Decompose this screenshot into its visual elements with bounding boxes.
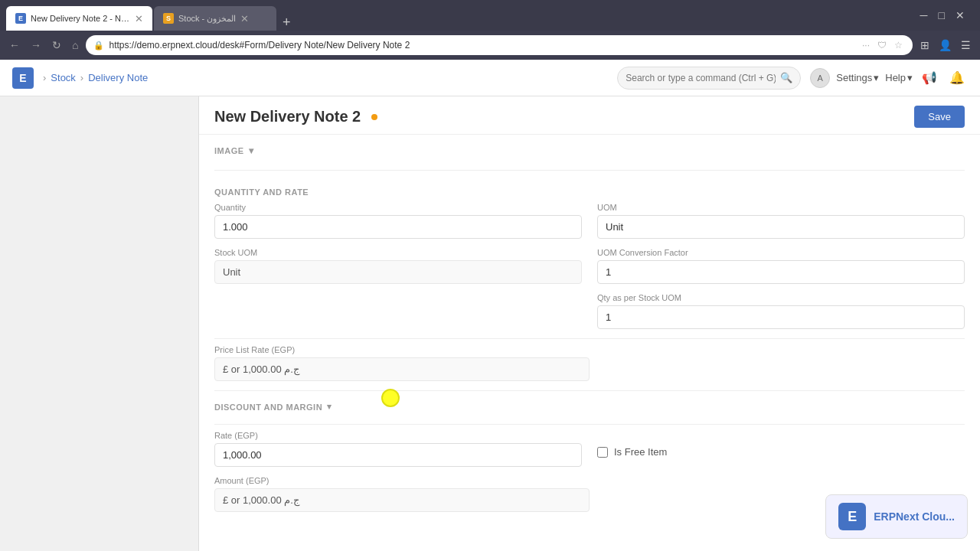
breadcrumb-stock[interactable]: Stock <box>51 72 76 83</box>
amount-value: £ or 1,000.00 ج.م <box>214 488 590 512</box>
account-button[interactable]: 👤 <box>936 36 955 54</box>
image-section-label: IMAGE ▾ <box>214 135 965 164</box>
quantity-label: Quantity <box>214 203 582 212</box>
rate-input[interactable] <box>214 443 582 467</box>
breadcrumb-sep-1: › <box>43 72 46 83</box>
sidebar <box>0 96 199 551</box>
qty-per-stock-input[interactable] <box>597 305 965 329</box>
breadcrumb: › Stock › Delivery Note <box>43 72 148 83</box>
bell-button[interactable]: 🔔 <box>946 67 968 88</box>
discount-section-label[interactable]: DISCOUNT AND MARGIN ▾ <box>214 394 965 418</box>
quantity-uom-row: Quantity UOM <box>214 203 965 239</box>
security-icon: 🔒 <box>93 41 104 51</box>
stock-uom-row: Stock UOM Unit UOM Conversion Factor <box>214 248 965 284</box>
header-right: A Settings ▾ Help ▾ 📢 🔔 <box>810 67 968 88</box>
is-free-checkbox[interactable] <box>597 447 608 458</box>
form-title: New Delivery Note 2 <box>214 108 361 126</box>
qty-stock-row: Qty as per Stock UOM <box>214 293 965 329</box>
close-window-button[interactable]: ✕ <box>952 6 968 24</box>
browser-chrome: E New Delivery Note 2 - New De... ✕ S St… <box>0 0 980 31</box>
settings-link[interactable]: Settings ▾ <box>836 72 879 83</box>
home-button[interactable]: ⌂ <box>69 36 81 54</box>
discount-chevron-icon: ▾ <box>327 402 332 412</box>
minimize-button[interactable]: ─ <box>917 6 931 24</box>
rate-free-row: Rate (EGP) Is Free Item <box>214 431 965 467</box>
breadcrumb-sep-2: › <box>80 72 83 83</box>
form-content: IMAGE ▾ QUANTITY AND RATE Quantity UOM <box>199 135 980 512</box>
quantity-rate-section-label: QUANTITY AND RATE <box>214 177 965 203</box>
maximize-button[interactable]: □ <box>936 6 948 24</box>
stock-uom-value: Unit <box>214 260 582 284</box>
breadcrumb-delivery-note[interactable]: Delivery Note <box>88 72 148 83</box>
empty-group <box>214 293 582 329</box>
unsaved-indicator <box>371 114 377 120</box>
save-button[interactable]: Save <box>914 106 965 128</box>
url-display: https://demo.erpnext.cloud/desk#Form/Del… <box>109 40 855 51</box>
activity-button[interactable]: 📢 <box>919 67 940 88</box>
forward-button[interactable]: → <box>28 36 44 54</box>
tab-title-2: Stock - المخزون <box>178 14 236 24</box>
back-button[interactable]: ← <box>6 36 23 54</box>
content-area: New Delivery Note 2 Save IMAGE ▾ QUANTIT… <box>199 96 980 551</box>
app-header: E › Stock › Delivery Note 🔍 A Settings ▾… <box>0 60 980 96</box>
search-input[interactable] <box>626 73 776 83</box>
watermark-text: ERPNext Clou... <box>874 510 955 523</box>
uom-label: UOM <box>597 203 965 212</box>
uom-group: UOM <box>597 203 965 239</box>
shield-button[interactable]: 🛡 <box>875 37 889 53</box>
uom-input[interactable] <box>597 215 965 239</box>
uom-conversion-label: UOM Conversion Factor <box>597 248 965 257</box>
rate-group: Rate (EGP) <box>214 431 582 467</box>
stock-uom-group: Stock UOM Unit <box>214 248 582 284</box>
is-free-label: Is Free Item <box>614 446 667 458</box>
stock-uom-label: Stock UOM <box>214 248 582 257</box>
browser-tabs: E New Delivery Note 2 - New De... ✕ S St… <box>6 0 296 31</box>
section-divider-1 <box>214 170 965 171</box>
rate-label: Rate (EGP) <box>214 431 582 440</box>
section-divider-3 <box>214 424 965 425</box>
tab-close-2[interactable]: ✕ <box>240 13 249 24</box>
avatar: A <box>810 68 830 88</box>
watermark-logo: E <box>838 503 866 530</box>
browser-tab-2[interactable]: S Stock - المخزون ✕ <box>154 6 276 31</box>
uom-conversion-group: UOM Conversion Factor <box>597 248 965 284</box>
tab-favicon-2: S <box>163 13 174 24</box>
price-list-value: £ or 1,000.00 ج.م <box>214 357 590 381</box>
is-free-checkbox-area: Is Free Item <box>597 431 965 458</box>
address-actions: ··· 🛡 ☆ <box>860 37 905 53</box>
tab-close-1[interactable]: ✕ <box>135 13 143 24</box>
quantity-input[interactable] <box>214 215 582 239</box>
form-header: New Delivery Note 2 Save <box>199 96 980 135</box>
is-free-group: Is Free Item <box>597 431 965 467</box>
address-bar[interactable]: 🔒 https://demo.erpnext.cloud/desk#Form/D… <box>86 35 913 55</box>
quantity-group: Quantity <box>214 203 582 239</box>
image-section-chevron: ▾ <box>249 145 254 156</box>
header-search[interactable]: 🔍 <box>617 67 801 90</box>
refresh-button[interactable]: ↻ <box>49 36 64 54</box>
erpnext-watermark: E ERPNext Clou... <box>825 494 968 539</box>
help-chevron: ▾ <box>907 72 913 83</box>
main-layout: New Delivery Note 2 Save IMAGE ▾ QUANTIT… <box>0 96 980 551</box>
discount-section: DISCOUNT AND MARGIN ▾ <box>214 390 965 418</box>
bookmark-button[interactable]: ☆ <box>892 37 905 53</box>
help-link[interactable]: Help ▾ <box>885 72 913 83</box>
section-divider-2 <box>214 338 965 339</box>
amount-group: Amount (EGP) £ or 1,000.00 ج.م <box>214 476 590 512</box>
address-bar-row: ← → ↻ ⌂ 🔒 https://demo.erpnext.cloud/des… <box>0 31 980 60</box>
new-tab-button[interactable]: + <box>278 15 296 31</box>
price-list-row: Price List Rate (EGP) £ or 1,000.00 ج.م <box>214 345 965 381</box>
settings-chevron: ▾ <box>874 72 879 83</box>
tab-title-1: New Delivery Note 2 - New De... <box>31 14 130 23</box>
uom-conversion-input[interactable] <box>597 260 965 284</box>
amount-label: Amount (EGP) <box>214 476 590 485</box>
price-list-group: Price List Rate (EGP) £ or 1,000.00 ج.م <box>214 345 590 381</box>
extensions-button[interactable]: ⊞ <box>917 36 933 54</box>
browser-tab-1[interactable]: E New Delivery Note 2 - New De... ✕ <box>6 6 152 31</box>
erpnext-logo[interactable]: E <box>12 67 34 89</box>
search-button[interactable]: 🔍 <box>780 72 792 83</box>
browser-menu-button[interactable]: ☰ <box>958 36 974 54</box>
more-options-button[interactable]: ··· <box>860 37 872 53</box>
qty-per-stock-group: Qty as per Stock UOM <box>597 293 965 329</box>
qty-per-stock-label: Qty as per Stock UOM <box>597 293 965 302</box>
price-list-label: Price List Rate (EGP) <box>214 345 590 354</box>
